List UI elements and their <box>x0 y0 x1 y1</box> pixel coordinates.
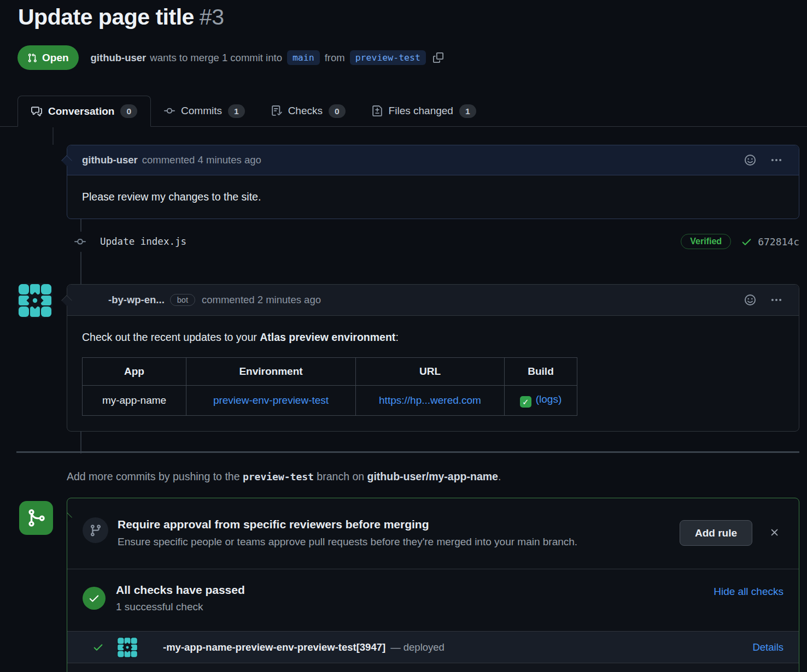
comment-discussion-icon <box>31 106 42 117</box>
bot-badge: bot <box>170 294 195 306</box>
kebab-horizontal-icon <box>770 294 782 306</box>
timeline-line <box>52 127 54 145</box>
verified-badge[interactable]: Verified <box>681 234 731 249</box>
pr-meta-line: github-user wants to merge 1 commit into… <box>91 50 443 65</box>
commit-message[interactable]: Update index.js <box>100 236 186 247</box>
col-build: Build <box>505 358 577 386</box>
push-note: Add more commits by pushing to the previ… <box>67 470 501 483</box>
checklist-icon <box>271 105 282 116</box>
checks-title: All checks have passed <box>116 583 714 597</box>
check-details-link[interactable]: Details <box>752 641 783 653</box>
pr-title-text: Update page title <box>18 4 194 30</box>
tab-count: 0 <box>120 104 137 118</box>
comment-caret <box>61 295 72 306</box>
check-run-row: -my-app-name-preview-env-preview-test[39… <box>67 631 799 663</box>
rule-banner-title: Require approval from specific reviewers… <box>118 518 666 531</box>
checks-subtitle: 1 successful check <box>116 601 714 613</box>
file-diff-icon <box>372 105 383 116</box>
section-divider <box>16 451 799 453</box>
git-commit-icon <box>73 232 87 252</box>
comment-author: github-user commented 4 minutes ago Plea… <box>67 145 799 219</box>
comment-options-button[interactable] <box>770 154 782 166</box>
comment-body: Check out the recent updates to your Atl… <box>67 316 799 431</box>
comment-header: -by-wp-en... bot commented 2 minutes ago <box>67 285 799 316</box>
table-header-row: App Environment URL Build <box>83 358 577 386</box>
git-branch-icon <box>83 517 108 543</box>
environment-link[interactable]: preview-env-preview-test <box>213 394 329 406</box>
commit-entry: Update index.js Verified 672814c <box>67 232 799 251</box>
emoji-reaction-button[interactable] <box>744 154 756 166</box>
bot-author-name[interactable]: -by-wp-en... <box>108 294 165 306</box>
tab-count: 0 <box>329 104 346 118</box>
build-cell: ✓(logs) <box>505 386 577 416</box>
comment-bot: -by-wp-en... bot commented 2 minutes ago… <box>67 284 799 432</box>
check-run-name: -my-app-name-preview-env-preview-test[39… <box>163 641 385 653</box>
rule-banner-description: Ensure specific people or teams approve … <box>118 536 666 548</box>
tab-conversation[interactable]: Conversation 0 <box>17 96 151 127</box>
smiley-icon <box>744 294 756 306</box>
branch-code: preview-test <box>243 471 314 482</box>
merge-text: wants to merge 1 commit into <box>150 52 282 64</box>
dismiss-banner-button[interactable] <box>769 527 780 538</box>
preview-env-table: App Environment URL Build my-app-name pr… <box>82 357 577 416</box>
tab-commits[interactable]: Commits 1 <box>151 96 258 126</box>
pr-author[interactable]: github-user <box>91 52 147 64</box>
commit-sha[interactable]: 672814c <box>758 236 799 247</box>
kebab-horizontal-icon <box>770 154 782 166</box>
emoji-reaction-button[interactable] <box>744 294 756 306</box>
open-status-badge: Open <box>17 45 79 70</box>
page-title: Update page title#3 <box>18 4 224 30</box>
check-icon <box>741 236 752 247</box>
tab-label: Commits <box>181 105 222 117</box>
smiley-icon <box>744 154 756 166</box>
col-environment: Environment <box>186 358 356 386</box>
tab-checks[interactable]: Checks 0 <box>258 96 359 126</box>
col-url: URL <box>356 358 505 386</box>
branch-rule-banner: Require approval from specific reviewers… <box>67 498 799 569</box>
pr-status-row: Open github-user wants to merge 1 commit… <box>17 45 443 70</box>
hide-all-checks-link[interactable]: Hide all checks <box>714 586 783 598</box>
tab-label: Checks <box>288 105 323 117</box>
comment-options-button[interactable] <box>770 294 782 306</box>
close-icon <box>769 527 780 538</box>
from-text: from <box>325 52 345 64</box>
checks-summary: All checks have passed 1 successful chec… <box>67 569 799 631</box>
tab-count: 1 <box>459 104 476 118</box>
pr-number: #3 <box>200 4 224 30</box>
preview-intro: Check out the recent updates to your Atl… <box>82 331 784 344</box>
merge-status-box: Require approval from specific reviewers… <box>67 498 799 672</box>
build-success-emoji: ✓ <box>520 396 531 408</box>
copy-icon <box>433 52 443 63</box>
preview-url-link[interactable]: https://hp...wered.com <box>379 394 481 406</box>
open-status-label: Open <box>42 52 69 64</box>
comment-author-name[interactable]: github-user <box>82 154 138 166</box>
merge-status-icon <box>19 501 53 535</box>
comment-timestamp: commented 2 minutes ago <box>202 294 321 306</box>
git-merge-icon <box>26 508 46 528</box>
tab-label: Conversation <box>48 105 114 117</box>
check-run-status: — deployed <box>390 641 445 653</box>
comment-header: github-user commented 4 minutes ago <box>67 145 799 175</box>
checks-passed-icon <box>83 587 106 610</box>
table-row: my-app-name preview-env-preview-test htt… <box>83 386 577 416</box>
base-branch-label[interactable]: main <box>287 50 320 65</box>
check-success-icon <box>92 641 104 653</box>
comment-caret <box>61 155 72 166</box>
copy-branch-button[interactable] <box>433 52 443 63</box>
check-app-avatar <box>117 637 138 658</box>
bot-avatar[interactable] <box>17 283 52 318</box>
tab-label: Files changed <box>389 105 453 117</box>
build-logs-link[interactable]: (logs) <box>536 393 562 405</box>
git-commit-icon <box>164 105 175 116</box>
atlas-env-bold: Atlas preview environment <box>260 331 395 343</box>
app-name-cell: my-app-name <box>83 386 186 416</box>
col-app: App <box>83 358 186 386</box>
head-branch-label[interactable]: preview-test <box>350 50 426 65</box>
repo-name: github-user/my-app-name <box>367 470 498 482</box>
merge-box-next-section <box>67 663 799 672</box>
tab-files-changed[interactable]: Files changed 1 <box>359 96 489 126</box>
comment-body: Please review my changes to the site. <box>67 175 799 219</box>
comment-timestamp: commented 4 minutes ago <box>142 154 261 166</box>
git-pull-request-icon <box>27 53 37 63</box>
add-rule-button[interactable]: Add rule <box>680 520 752 546</box>
